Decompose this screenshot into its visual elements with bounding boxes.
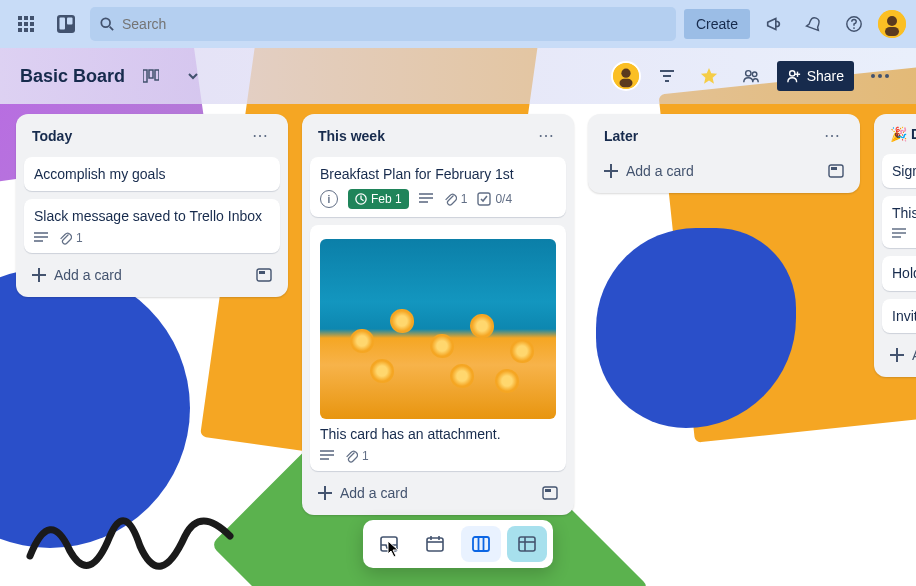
filter-icon[interactable] [651, 60, 683, 92]
svg-rect-0 [18, 16, 22, 20]
card[interactable]: Breakfast Plan for February 1st i Feb 1 … [310, 157, 566, 217]
template-icon[interactable] [256, 268, 272, 282]
template-icon[interactable] [828, 164, 844, 178]
megaphone-icon[interactable] [758, 8, 790, 40]
help-icon[interactable] [838, 8, 870, 40]
add-card-button[interactable]: Add a card [596, 157, 852, 185]
svg-point-12 [101, 18, 110, 27]
svg-rect-54 [545, 489, 551, 492]
view-switcher [363, 520, 553, 568]
top-nav: Create [0, 0, 916, 48]
card[interactable]: Slack message saved to Trello Inbox 1 [24, 199, 280, 253]
notification-icon[interactable] [798, 8, 830, 40]
card-title: This card [892, 204, 916, 222]
paperclip-icon [58, 231, 72, 245]
svg-rect-10 [60, 18, 66, 30]
trello-logo-icon[interactable] [50, 8, 82, 40]
card-title: Invite by se of the [892, 307, 916, 325]
create-button[interactable]: Create [684, 9, 750, 39]
card-title: Accomplish my goals [34, 165, 270, 183]
apps-icon[interactable] [10, 8, 42, 40]
card-title: Hold anoth [892, 264, 916, 282]
board-menu-icon[interactable] [864, 60, 896, 92]
attachment-badge: 1 [58, 231, 83, 245]
svg-line-13 [110, 27, 114, 31]
svg-rect-3 [18, 22, 22, 26]
search-box[interactable] [90, 7, 676, 41]
clock-icon [355, 193, 367, 205]
checklist-icon [477, 192, 491, 206]
svg-rect-8 [30, 28, 34, 32]
svg-rect-72 [519, 537, 535, 551]
svg-point-28 [745, 71, 750, 76]
list-later: Later ⋯ Add a card [588, 114, 860, 193]
card[interactable]: Hold anoth [882, 256, 916, 290]
svg-rect-65 [427, 538, 443, 551]
search-icon [100, 17, 114, 31]
plus-icon [318, 486, 332, 500]
table-view-icon[interactable] [507, 526, 547, 562]
description-icon [320, 450, 334, 462]
list-title[interactable]: Today [32, 128, 72, 144]
svg-rect-21 [155, 70, 159, 80]
svg-point-29 [752, 72, 757, 77]
svg-point-35 [885, 74, 889, 78]
card-title: This card has an attachment. [320, 425, 556, 443]
svg-rect-57 [829, 165, 843, 177]
card[interactable]: Invite by se of the [882, 299, 916, 333]
checklist-badge: 0/4 [477, 192, 512, 206]
info-icon: i [320, 190, 338, 208]
list-title[interactable]: Later [604, 128, 638, 144]
card-title: Signe [892, 162, 916, 180]
list-menu-icon[interactable]: ⋯ [534, 126, 558, 145]
card-cover-image [320, 239, 556, 419]
share-button[interactable]: Share [777, 61, 854, 91]
paperclip-icon [344, 449, 358, 463]
list-title[interactable]: 🎉 Do [890, 126, 916, 142]
plus-icon [32, 268, 46, 282]
user-avatar[interactable] [878, 10, 906, 38]
board-header: Basic Board Share [0, 48, 916, 104]
add-card-button[interactable]: Ac [882, 341, 916, 369]
svg-rect-4 [24, 22, 28, 26]
svg-rect-41 [257, 269, 271, 281]
svg-rect-19 [143, 70, 147, 82]
svg-rect-53 [543, 487, 557, 499]
search-input[interactable] [122, 16, 666, 32]
card[interactable]: This card has an attachment. 1 [310, 225, 566, 471]
members-icon[interactable] [735, 60, 767, 92]
list-menu-icon[interactable]: ⋯ [248, 126, 272, 145]
card[interactable]: This card [882, 196, 916, 248]
board-view-switch-icon[interactable] [135, 60, 167, 92]
board-title[interactable]: Basic Board [20, 66, 125, 87]
description-icon [892, 228, 906, 240]
board-view-icon[interactable] [461, 526, 501, 562]
card[interactable]: Signe [882, 154, 916, 188]
svg-point-33 [871, 74, 875, 78]
list-menu-icon[interactable]: ⋯ [820, 126, 844, 145]
template-icon[interactable] [542, 486, 558, 500]
add-card-button[interactable]: Add a card [310, 479, 566, 507]
svg-point-30 [789, 71, 794, 76]
card[interactable]: Accomplish my goals [24, 157, 280, 191]
calendar-view-icon[interactable] [415, 526, 455, 562]
board-canvas: Today ⋯ Accomplish my goals Slack messag… [0, 104, 916, 586]
svg-rect-69 [473, 537, 489, 551]
list-this-week: This week ⋯ Breakfast Plan for February … [302, 114, 574, 515]
svg-rect-11 [67, 18, 73, 25]
svg-rect-24 [619, 79, 632, 87]
due-date-badge: Feb 1 [348, 189, 409, 209]
svg-rect-58 [831, 167, 837, 170]
card-title: Breakfast Plan for February 1st [320, 165, 556, 183]
svg-rect-7 [24, 28, 28, 32]
board-member-avatar[interactable] [611, 61, 641, 91]
add-card-button[interactable]: Add a card [24, 261, 280, 289]
svg-rect-5 [30, 22, 34, 26]
svg-point-15 [853, 27, 855, 29]
star-icon[interactable] [693, 60, 725, 92]
chevron-down-icon[interactable] [177, 60, 209, 92]
description-icon [34, 232, 48, 244]
svg-point-23 [621, 69, 630, 78]
paperclip-icon [443, 192, 457, 206]
list-title[interactable]: This week [318, 128, 385, 144]
